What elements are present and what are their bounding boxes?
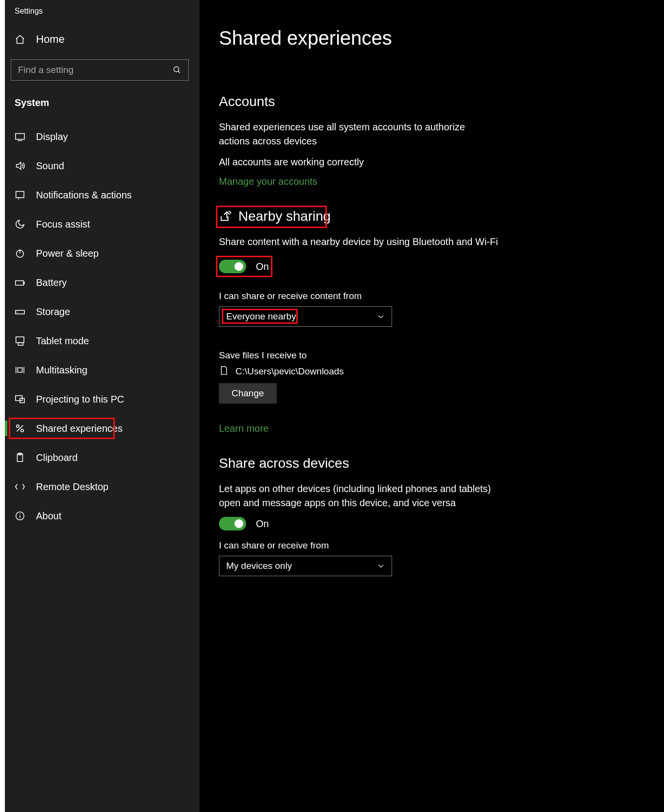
svg-rect-15: [18, 368, 22, 372]
share-across-desc: Let apps on other devices (including lin…: [219, 482, 491, 510]
svg-rect-4: [16, 192, 24, 198]
sidebar: Settings Home System Display Sound Notif…: [0, 0, 199, 812]
sidebar-item-label: Remote Desktop: [36, 481, 108, 493]
sidebar-item-projecting[interactable]: Projecting to this PC: [0, 385, 199, 414]
nearby-toggle[interactable]: [219, 260, 246, 273]
accounts-desc: Shared experiences use all system accoun…: [219, 120, 491, 148]
svg-rect-11: [16, 337, 24, 343]
multitasking-icon: [15, 365, 25, 375]
nearby-sharing-title-text: Nearby sharing: [238, 209, 331, 224]
file-icon: [219, 366, 229, 377]
svg-point-10: [17, 312, 18, 313]
svg-point-18: [17, 425, 19, 428]
sidebar-item-shared-experiences[interactable]: Shared experiences: [0, 414, 199, 443]
clipboard-icon: [15, 452, 25, 463]
accounts-status: All accounts are working correctly: [219, 155, 491, 169]
across-receive-value: My devices only: [226, 561, 292, 571]
power-icon: [15, 248, 25, 259]
sidebar-item-clipboard[interactable]: Clipboard: [0, 443, 199, 472]
sidebar-item-label: Power & sleep: [36, 248, 99, 259]
share-icon: [219, 210, 233, 223]
category-label: System: [0, 81, 199, 114]
sidebar-item-label: Notifications & actions: [36, 190, 132, 201]
svg-rect-7: [16, 281, 24, 285]
nearby-sharing-title: Nearby sharing: [219, 209, 331, 224]
sidebar-item-label: Sound: [36, 160, 64, 172]
sidebar-item-label: Multitasking: [36, 365, 88, 376]
page-title: Shared experiences: [219, 27, 664, 49]
remote-desktop-icon: [15, 481, 25, 492]
nearby-toggle-row: On: [219, 260, 269, 273]
svg-point-19: [21, 429, 24, 432]
save-files-label: Save files I receive to: [219, 350, 664, 361]
nearby-toggle-label: On: [256, 261, 269, 272]
search-input[interactable]: [11, 60, 188, 80]
chevron-down-icon: [377, 562, 385, 570]
notifications-icon: [15, 190, 25, 200]
sidebar-item-remote-desktop[interactable]: Remote Desktop: [0, 472, 199, 501]
receive-from-value: Everyone nearby: [226, 311, 296, 322]
across-toggle[interactable]: [219, 517, 246, 530]
receive-from-dropdown[interactable]: Everyone nearby: [219, 306, 392, 327]
search-field[interactable]: [11, 59, 189, 81]
accounts-title: Accounts: [219, 94, 664, 109]
sidebar-item-label: About: [36, 511, 61, 522]
nav-list: Display Sound Notifications & actions Fo…: [0, 122, 199, 530]
storage-icon: [15, 306, 25, 317]
change-button[interactable]: Change: [219, 383, 277, 404]
sidebar-item-label: Shared experiences: [36, 423, 123, 434]
svg-point-25: [19, 513, 20, 514]
battery-icon: [15, 277, 25, 288]
sidebar-item-label: Clipboard: [36, 452, 78, 463]
manage-accounts-link[interactable]: Manage your accounts: [219, 176, 317, 187]
sidebar-item-display[interactable]: Display: [0, 122, 199, 151]
svg-line-20: [17, 425, 23, 432]
sidebar-item-focus-assist[interactable]: Focus assist: [0, 210, 199, 239]
nearby-desc: Share content with a nearby device by us…: [219, 235, 664, 249]
window-title: Settings: [0, 0, 199, 22]
save-path-row: C:\Users\pevic\Downloads: [219, 366, 664, 377]
projecting-icon: [15, 394, 25, 405]
receive-from-label: I can share or receive content from: [219, 291, 664, 301]
sidebar-item-storage[interactable]: Storage: [0, 297, 199, 326]
sidebar-item-about[interactable]: About: [0, 501, 199, 530]
sound-icon: [15, 160, 25, 171]
sidebar-item-label: Battery: [36, 277, 67, 288]
across-toggle-row: On: [219, 517, 664, 530]
across-receive-label: I can share or receive from: [219, 540, 664, 551]
svg-rect-8: [23, 282, 24, 284]
tablet-icon: [15, 335, 25, 346]
sidebar-item-power[interactable]: Power & sleep: [0, 239, 199, 268]
about-icon: [15, 511, 25, 521]
sidebar-item-tablet[interactable]: Tablet mode: [0, 326, 199, 355]
shared-exp-icon: [15, 423, 25, 434]
sidebar-item-label: Projecting to this PC: [36, 394, 124, 405]
save-path: C:\Users\pevic\Downloads: [235, 366, 344, 377]
sidebar-item-notifications[interactable]: Notifications & actions: [0, 180, 199, 210]
sidebar-item-label: Focus assist: [36, 219, 90, 230]
home-button[interactable]: Home: [0, 22, 199, 56]
svg-rect-12: [18, 343, 23, 346]
share-across-title: Share across devices: [219, 456, 664, 471]
sidebar-item-label: Storage: [36, 306, 70, 318]
across-receive-dropdown[interactable]: My devices only: [219, 556, 392, 576]
sidebar-item-sound[interactable]: Sound: [0, 151, 199, 180]
search-icon: [173, 66, 181, 74]
home-label: Home: [36, 33, 65, 46]
svg-rect-2: [16, 134, 24, 140]
display-icon: [15, 131, 25, 142]
across-toggle-label: On: [256, 518, 269, 530]
sidebar-item-battery[interactable]: Battery: [0, 268, 199, 297]
svg-point-0: [174, 67, 179, 72]
svg-line-1: [178, 71, 180, 73]
svg-rect-9: [16, 310, 24, 314]
chevron-down-icon: [377, 313, 385, 320]
learn-more-link[interactable]: Learn more: [219, 423, 269, 434]
main-content: Shared experiences Accounts Shared exper…: [199, 0, 664, 812]
home-icon: [15, 34, 25, 45]
sidebar-item-label: Display: [36, 131, 68, 142]
sidebar-item-multitasking[interactable]: Multitasking: [0, 355, 199, 385]
sidebar-item-label: Tablet mode: [36, 335, 89, 347]
focus-assist-icon: [15, 219, 25, 229]
